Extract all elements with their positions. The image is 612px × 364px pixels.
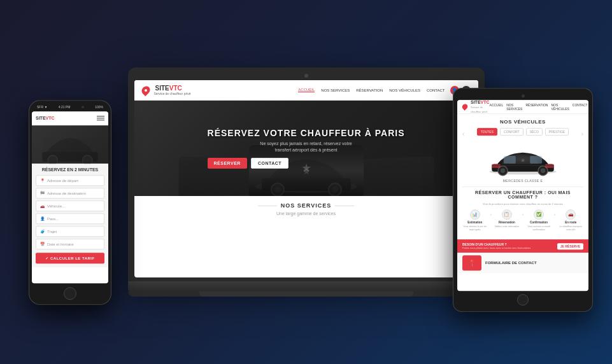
nav-item-accueil[interactable]: ACCUEIL	[298, 88, 315, 92]
phone-battery: 100%	[95, 105, 103, 109]
svg-point-4	[274, 186, 281, 193]
person-icon: 👤	[40, 216, 45, 221]
tablet-logo-text: SITEVTC Service de chauffeur privé	[471, 100, 490, 113]
hero-buttons: RÉSERVER CONTACT	[208, 158, 405, 169]
step3-icon: ✅	[534, 209, 544, 220]
tablet-outer: SITEVTC Service de chauffeur privé ACCUE…	[453, 88, 593, 312]
car-next-button[interactable]: ›	[581, 130, 583, 137]
t-nav-accueil[interactable]: ACCUEIL	[490, 103, 504, 111]
contact-icon: 📍	[462, 255, 481, 270]
laptop-nav: SITE VTC Service de chauffeur privé ACCU…	[134, 80, 478, 101]
step1-icon: 📊	[470, 209, 480, 220]
t-nav-vehicules[interactable]: NOS VÉHICULES	[551, 103, 569, 111]
field-pass-label: Pass...	[47, 217, 59, 221]
hero-subtitle: Ne soyez plus jamais en retard, réservez…	[208, 141, 405, 153]
reserve-button[interactable]: RÉSERVER	[208, 158, 247, 169]
tablet-logo: SITEVTC Service de chauffeur privé	[462, 100, 490, 113]
step3-label: Confirmation	[530, 221, 548, 224]
svg-rect-12	[504, 156, 516, 164]
phone-field-trajet[interactable]: 🧳 Trajet	[36, 226, 104, 237]
hero-title: RÉSERVEZ VOTRE CHAUFFEUR À PARIS	[208, 128, 405, 138]
cta-subtitle: Faites vous plaisir avec nous avec si to…	[462, 246, 530, 249]
calculate-button[interactable]: CALCULER LE TARIF	[36, 253, 104, 263]
step2-icon: 📋	[502, 209, 512, 220]
svg-rect-13	[530, 156, 542, 164]
calendar-icon: 📅	[40, 242, 45, 246]
cta-reserve-button[interactable]: JE RÉSERVE	[557, 243, 583, 249]
phone-status-bar: SFR ▼ 4:21 PM 100%	[32, 105, 108, 111]
tab-confort[interactable]: CONFORT	[500, 128, 523, 136]
svg-point-9	[83, 155, 92, 164]
tab-prestige[interactable]: PRESTIGE	[545, 128, 569, 136]
svg-point-8	[48, 155, 57, 164]
step-arrow-2: ›	[522, 212, 524, 231]
tablet-vehicles-title: NOS VÉHICULES	[462, 119, 583, 125]
phone-nav: SITEVTC	[32, 111, 108, 125]
tablet-logo-pin-icon	[461, 103, 469, 111]
t-nav-reservation[interactable]: RÉSERVATION	[525, 103, 548, 111]
tablet-screen: SITEVTC Service de chauffeur privé ACCUE…	[457, 100, 588, 291]
phone-form-section: RÉSERVEZ EN 2 MINUTES 📍 Adresse de dépar…	[32, 164, 108, 267]
phone-field-destination[interactable]: 🏁 Adresse de destination	[36, 188, 104, 199]
svg-point-15	[501, 169, 506, 174]
step-confirmation: ✅ Confirmation Vous recevez un email con…	[526, 209, 552, 231]
logo-pin-icon	[139, 84, 151, 95]
field-trajet-label: Trajet	[47, 230, 57, 234]
step1-desc: Vous obtenez le prix du trajet aprés	[462, 225, 488, 231]
laptop-screen: SITE VTC Service de chauffeur privé ACCU…	[134, 80, 478, 277]
tablet-home-button[interactable]	[517, 294, 529, 305]
tablet-cta-bar: BESOIN D'UN CHAUFFEUR ? Faites vous plai…	[457, 239, 588, 253]
laptop-hero: ★ RÉSERVEZ VOTRE CHAUFFEUR À PARIS Ne so…	[134, 101, 478, 196]
t-nav-services[interactable]: NOS SERVICES	[506, 103, 522, 111]
phone-outer: SFR ▼ 4:21 PM 100% SITEVTC	[29, 100, 111, 305]
tablet-nav: SITEVTC Service de chauffeur privé ACCUE…	[457, 100, 588, 114]
car-prev-button[interactable]: ‹	[462, 130, 464, 137]
nav-item-contact[interactable]: CONTACT	[427, 88, 445, 92]
phone-time: 4:21 PM	[59, 105, 71, 109]
nav-item-reservation[interactable]: RÉSERVATION	[356, 88, 383, 92]
hamburger-icon[interactable]	[97, 116, 104, 120]
car-image: ★	[485, 142, 561, 177]
phone-field-vehicle[interactable]: 🚗 Véhicule...	[36, 200, 104, 211]
laptop-nav-menu: ACCUEIL NOS SERVICES RÉSERVATION NOS VÉH…	[298, 88, 445, 92]
phone-field-depart[interactable]: 📍 Adresse de départ	[36, 175, 104, 186]
nav-item-services[interactable]: NOS SERVICES	[321, 88, 350, 92]
car-label: MERCEDES CLASSE E	[462, 179, 583, 183]
car-nav: ‹ TOUTES CONFORT SÉCO PRESTIGE ›	[462, 128, 583, 139]
location-icon: 📍	[40, 178, 45, 183]
phone-field-pass[interactable]: 👤 Pass...	[36, 213, 104, 224]
step4-icon: 🚗	[566, 209, 576, 220]
tab-toutes[interactable]: TOUTES	[477, 128, 497, 136]
nav-item-vehicules[interactable]: NOS VÉHICULES	[389, 88, 420, 92]
tablet-menu: ACCUEIL NOS SERVICES RÉSERVATION NOS VÉH…	[490, 103, 588, 111]
tablet-section2-sub: Voici la procédure pour réserver votre c…	[462, 202, 583, 206]
tablet-divider	[462, 186, 583, 187]
t-nav-contact[interactable]: CONTACT	[573, 103, 588, 111]
phone-form-title: RÉSERVEZ EN 2 MINUTES	[36, 167, 104, 172]
phone-home-button[interactable]	[64, 287, 76, 300]
laptop-body: SITE VTC Service de chauffeur privé ACCU…	[128, 67, 485, 281]
car-icon: 🚗	[40, 204, 45, 208]
phone-status-text: SFR ▼	[37, 105, 47, 109]
phone-hero-cars	[32, 125, 108, 164]
tab-seco[interactable]: SÉCO	[526, 128, 543, 136]
step-en-route: 🚗 En route Le chauffeur envoyons votre i…	[559, 209, 584, 231]
tablet-section2-title: RÉSERVER UN CHAUFFEUR : OUI MAIS COMMENT…	[462, 190, 583, 199]
phone-field-date[interactable]: 📅 Date et horraire	[36, 239, 104, 249]
svg-rect-20	[492, 165, 554, 166]
svg-text:★: ★	[520, 157, 525, 164]
services-subtitle: Une large gamme de services	[141, 211, 472, 216]
svg-point-17	[541, 169, 546, 174]
logo-site-text: SITE	[155, 85, 169, 92]
step1-label: Estimation	[467, 221, 482, 224]
services-divider: NOS SERVICES	[141, 202, 472, 209]
booking-steps: 📊 Estimation Vous obtenez le prix du tra…	[462, 209, 583, 231]
tablet-camera	[522, 94, 525, 97]
contact-button[interactable]: CONTACT	[251, 158, 288, 169]
flag-icon: 🏁	[40, 191, 45, 195]
step-arrow-3: ›	[554, 212, 556, 231]
svg-point-5	[332, 186, 338, 193]
step-reservation: 📋 Réservation Validez votre réservation	[494, 209, 520, 231]
smartphone-device: SFR ▼ 4:21 PM 100% SITEVTC	[29, 100, 111, 305]
phone-hero	[32, 125, 108, 164]
